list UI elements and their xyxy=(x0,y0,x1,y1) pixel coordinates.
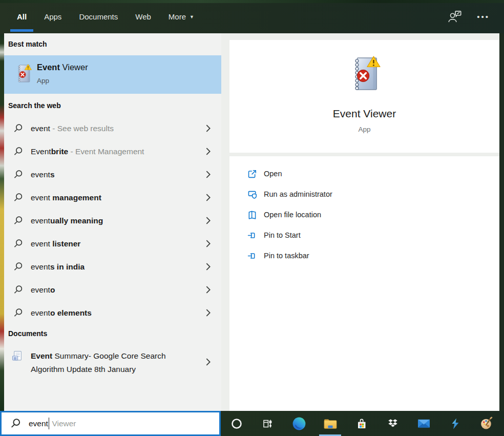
suggestion-label: evento xyxy=(31,285,55,295)
file-explorer-button[interactable] xyxy=(314,411,346,436)
action-run-as-administrator[interactable]: Run as administrator xyxy=(229,184,499,204)
suggestion-label: event management xyxy=(31,193,101,202)
chevron-right-icon[interactable] xyxy=(205,124,211,133)
search-the-web-header: Search the web xyxy=(8,101,61,110)
app-type: App xyxy=(358,126,370,133)
suggestion-label: event listener xyxy=(31,239,80,248)
desktop-edge-left xyxy=(0,0,4,436)
taskbar xyxy=(221,411,504,436)
action-label: Open xyxy=(264,170,282,178)
action-pin-to-taskbar[interactable]: Pin to taskbar xyxy=(229,245,499,266)
search-icon xyxy=(13,123,23,133)
more-options-icon[interactable]: ••• xyxy=(477,12,490,21)
store-button[interactable] xyxy=(346,411,377,436)
tab-web[interactable]: Web xyxy=(135,0,151,33)
web-suggestion-row[interactable]: event - See web results xyxy=(4,117,221,140)
web-suggestion-row[interactable]: Eventbrite - Event Management xyxy=(4,140,221,163)
web-suggestion-row[interactable]: evento elements xyxy=(4,301,221,324)
mail-button[interactable] xyxy=(408,411,439,436)
best-match-header: Best match xyxy=(8,40,47,48)
search-icon xyxy=(13,308,23,318)
suggestion-label: events in india xyxy=(31,262,85,272)
paint-button[interactable] xyxy=(471,411,502,436)
file-location-icon xyxy=(247,210,257,220)
tab-more[interactable]: More▼ xyxy=(169,0,194,33)
text-cursor xyxy=(49,418,50,429)
start-search-panel: All Apps Documents Web More▼ ••• Best ma… xyxy=(0,0,504,436)
documents-header: Documents xyxy=(8,329,47,338)
pin-icon xyxy=(247,251,257,261)
search-icon xyxy=(13,239,23,248)
store-icon xyxy=(355,417,368,430)
search-icon xyxy=(13,285,23,295)
action-open-file-location[interactable]: Open file location xyxy=(229,204,499,225)
document-result-row[interactable]: Event Summary- Google Core Search Algori… xyxy=(4,344,221,379)
suggestion-label: evento elements xyxy=(31,308,92,318)
web-suggestion-row[interactable]: evento xyxy=(4,278,221,301)
tab-more-label: More xyxy=(169,12,186,21)
document-icon xyxy=(12,350,23,361)
open-icon xyxy=(247,169,257,179)
web-suggestion-row[interactable]: eventually meaning xyxy=(4,209,221,232)
search-input[interactable]: event Viewer xyxy=(0,411,221,436)
tab-apps[interactable]: Apps xyxy=(44,0,61,33)
chevron-right-icon[interactable] xyxy=(205,147,211,156)
chevron-right-icon[interactable] xyxy=(205,285,211,294)
action-open[interactable]: Open xyxy=(229,163,499,184)
app-actions-card: Open Run as administrator Open file loca… xyxy=(229,156,499,411)
action-pin-to-start[interactable]: Pin to Start xyxy=(229,225,499,245)
search-autocomplete-text: Viewer xyxy=(52,419,76,428)
chevron-right-icon[interactable] xyxy=(205,216,211,225)
suggestion-label: event - See web results xyxy=(31,124,114,133)
dropbox-button[interactable] xyxy=(377,411,408,436)
best-match-item-event-viewer[interactable]: Event Viewer App xyxy=(4,55,221,94)
tab-documents-label: Documents xyxy=(79,12,118,21)
search-icon xyxy=(10,418,21,429)
search-icon xyxy=(13,216,23,225)
tab-all[interactable]: All xyxy=(17,0,27,33)
app-info-card: Event Viewer App xyxy=(229,40,499,153)
app-name: Event Viewer xyxy=(333,108,396,120)
tab-documents[interactable]: Documents xyxy=(79,0,118,33)
search-icon xyxy=(13,147,23,156)
preview-pane: Event Viewer App Open Run as administrat… xyxy=(221,33,499,411)
tab-all-label: All xyxy=(17,12,27,21)
task-view-button[interactable] xyxy=(252,411,283,436)
chevron-right-icon[interactable] xyxy=(205,262,211,271)
filter-tabs: All Apps Documents Web More▼ xyxy=(0,0,194,33)
web-suggestion-row[interactable]: event management xyxy=(4,186,221,209)
search-icon xyxy=(13,193,23,202)
task-view-icon xyxy=(262,418,274,430)
suggestion-label: Eventbrite - Event Management xyxy=(31,147,144,156)
document-result-label: Event Summary- Google Core Search Algori… xyxy=(31,349,191,376)
web-suggestion-row[interactable]: events xyxy=(4,163,221,186)
feedback-person-icon[interactable] xyxy=(447,10,463,24)
search-typed-text: event xyxy=(29,419,48,428)
chevron-right-icon[interactable] xyxy=(205,239,211,248)
search-icon xyxy=(13,170,23,179)
lightning-app-button[interactable] xyxy=(439,411,471,436)
web-suggestion-row[interactable]: event listener xyxy=(4,232,221,255)
web-suggestion-row[interactable]: events in india xyxy=(4,255,221,278)
search-filter-bar: All Apps Documents Web More▼ ••• xyxy=(0,0,504,33)
chevron-right-icon[interactable] xyxy=(205,193,211,202)
chevron-right-icon[interactable] xyxy=(205,358,211,366)
lightning-icon xyxy=(449,418,461,430)
suggestion-label: events xyxy=(31,170,55,179)
edge-button[interactable] xyxy=(283,411,314,436)
pin-icon xyxy=(247,231,257,240)
edge-icon xyxy=(292,417,306,431)
desktop-edge-right xyxy=(499,33,504,411)
chevron-right-icon[interactable] xyxy=(205,308,211,317)
chevron-right-icon[interactable] xyxy=(205,170,211,179)
file-explorer-icon xyxy=(323,417,338,430)
action-label: Pin to taskbar xyxy=(264,252,309,260)
cortana-button[interactable] xyxy=(221,411,252,436)
admin-shield-icon xyxy=(247,190,257,199)
paint-icon xyxy=(479,417,493,430)
action-label: Open file location xyxy=(264,211,321,219)
action-label: Pin to Start xyxy=(264,231,301,239)
event-viewer-icon xyxy=(15,64,32,84)
mail-icon xyxy=(417,417,431,430)
search-icon xyxy=(13,262,23,272)
